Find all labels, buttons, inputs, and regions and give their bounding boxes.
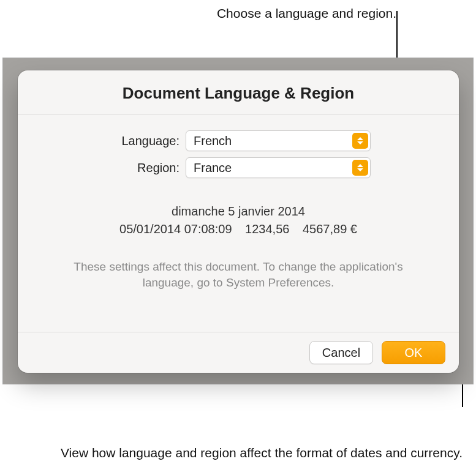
region-value: France [194, 161, 232, 175]
chevron-up-icon [357, 137, 363, 140]
cancel-button[interactable]: Cancel [309, 341, 373, 364]
annotation-top: Choose a language and region. [217, 5, 396, 22]
preview-currency: 4567,89 € [303, 222, 357, 236]
region-popup[interactable]: France [186, 157, 371, 178]
dialog-footer: Cancel OK [18, 332, 459, 373]
language-popup[interactable]: French [186, 130, 371, 151]
dialog-title: Document Language & Region [18, 84, 459, 103]
preview-number: 1234,56 [245, 222, 289, 236]
chevron-up-icon [357, 164, 363, 167]
updown-icon [352, 133, 368, 149]
preview-datetime: 05/01/2014 07:08:09 [119, 222, 232, 236]
dialog-language-region: Document Language & Region Language: Fre… [18, 70, 459, 373]
row-region: Region: France [106, 157, 371, 178]
language-label: Language: [106, 134, 186, 148]
language-value: French [194, 134, 232, 148]
dialog-body: Language: French Region: France [18, 114, 459, 332]
window-backdrop: Document Language & Region Language: Fre… [2, 58, 474, 384]
row-language: Language: French [106, 130, 371, 151]
region-label: Region: [106, 161, 186, 175]
dialog-help-text: These settings affect this document. To … [61, 259, 416, 290]
chevron-down-icon [357, 168, 363, 171]
dialog-header: Document Language & Region [18, 70, 459, 114]
ok-button[interactable]: OK [382, 341, 445, 364]
chevron-down-icon [357, 141, 363, 144]
updown-icon [352, 160, 368, 176]
format-preview: dimanche 5 janvier 2014 05/01/2014 07:08… [115, 203, 362, 238]
annotation-bottom: View how language and region affect the … [61, 444, 463, 462]
preview-long-date: dimanche 5 janvier 2014 [115, 203, 362, 220]
